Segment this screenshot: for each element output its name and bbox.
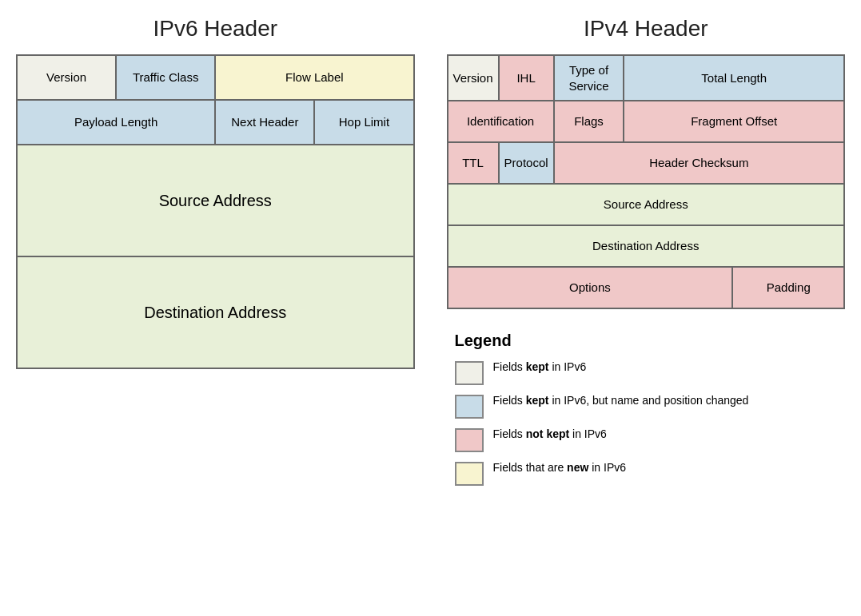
ipv4-section: IPv4 Header VersionIHLType of ServiceTot…	[447, 16, 846, 494]
legend-color-box	[455, 428, 484, 452]
ipv4-cell: TTL	[448, 142, 499, 184]
ipv4-cell: Padding	[732, 267, 844, 308]
ipv6-cell: Payload Length	[17, 100, 215, 145]
ipv6-cell: Flow Label	[215, 55, 413, 100]
ipv4-cell: Source Address	[448, 184, 845, 225]
ipv4-table: VersionIHLType of ServiceTotal LengthIde…	[447, 54, 846, 309]
ipv4-cell: Type of Service	[554, 55, 624, 101]
legend-color-box	[455, 361, 484, 385]
ipv4-title: IPv4 Header	[447, 16, 846, 42]
ipv6-cell: Traffic Class	[116, 55, 215, 100]
ipv4-cell: Total Length	[624, 55, 844, 101]
ipv6-table: VersionTraffic ClassFlow LabelPayload Le…	[16, 54, 415, 369]
ipv4-cell: Options	[448, 267, 733, 308]
legend-color-box	[455, 395, 484, 419]
ipv6-cell: Destination Address	[17, 256, 414, 368]
ipv6-section: IPv6 Header VersionTraffic ClassFlow Lab…	[16, 16, 415, 369]
ipv4-cell: Destination Address	[448, 225, 845, 267]
legend-label: Fields kept in IPv6, but name and positi…	[493, 393, 749, 409]
ipv4-cell: Version	[448, 55, 499, 101]
ipv4-cell: Protocol	[499, 142, 554, 184]
ipv6-cell: Version	[17, 55, 116, 100]
ipv6-cell: Source Address	[17, 145, 414, 256]
legend-title: Legend	[455, 332, 846, 350]
legend-color-box	[455, 462, 484, 486]
ipv4-cell: IHL	[499, 55, 554, 101]
ipv4-cell: Header Checksum	[554, 142, 844, 184]
ipv6-cell: Next Header	[215, 100, 314, 145]
ipv4-cell: Identification	[448, 101, 554, 142]
legend-item: Fields kept in IPv6	[455, 360, 846, 385]
legend-label: Fields that are new in IPv6	[493, 460, 627, 476]
ipv4-cell: Fragment Offset	[624, 101, 844, 142]
legend: Legend Fields kept in IPv6Fields kept in…	[447, 332, 846, 486]
legend-item: Fields not kept in IPv6	[455, 427, 846, 452]
legend-item: Fields kept in IPv6, but name and positi…	[455, 393, 846, 419]
legend-label: Fields not kept in IPv6	[493, 427, 607, 443]
ipv4-cell: Flags	[554, 101, 624, 142]
ipv6-title: IPv6 Header	[16, 16, 415, 42]
main-container: IPv6 Header VersionTraffic ClassFlow Lab…	[16, 16, 845, 494]
legend-item: Fields that are new in IPv6	[455, 460, 846, 486]
legend-label: Fields kept in IPv6	[493, 360, 587, 376]
ipv6-cell: Hop Limit	[314, 100, 413, 145]
